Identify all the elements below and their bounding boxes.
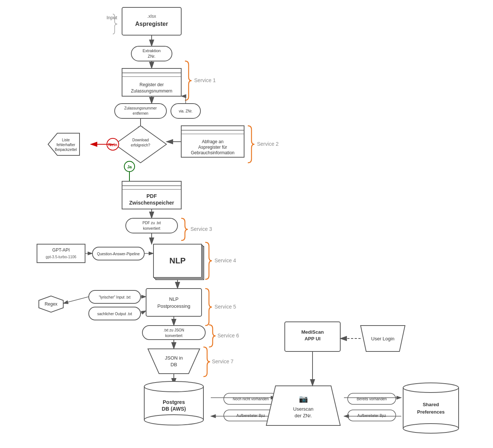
shared-preferences-box [403,388,459,428]
svg-text:via. ZNr.: via. ZNr. [179,109,192,113]
svg-point-59 [144,381,203,392]
service3-label: Service 3 [190,226,212,232]
svg-point-74 [403,383,459,393]
svg-text:Zulassungsnummern: Zulassungsnummern [131,88,172,94]
service6-label: Service 6 [217,333,239,338]
zulassungsnummer-entfernen-box [115,104,166,118]
svg-text:"lyrischer" Input .txt: "lyrischer" Input .txt [99,295,131,299]
svg-text:Aufbereiteter Bpz: Aufbereiteter Bpz [357,414,386,418]
svg-text:Aufbereiteter Bpz: Aufbereiteter Bpz [236,414,265,418]
svg-text:MediScan: MediScan [301,329,324,335]
svg-line-51 [141,311,146,313]
nlp-postprocessing-box [146,289,202,316]
pdf-zu-txt-box [126,218,178,233]
svg-point-60 [144,415,203,425]
svg-text:Ja: Ja [127,165,132,169]
svg-text:Aspregister für: Aspregister für [198,145,227,150]
svg-text:Gebrauchsinformation: Gebrauchsinformation [191,150,234,155]
svg-text:Liste: Liste [62,138,70,142]
svg-text:fehlerhafter: fehlerhafter [57,143,75,147]
svg-text:GPT-API: GPT-API [52,247,70,253]
userscan-der-znr-box [266,386,340,425]
svg-text:erfolgreich?: erfolgreich? [131,143,151,147]
svg-text:sachlicher Output .txt: sachlicher Output .txt [97,312,132,316]
svg-text:NLP: NLP [169,296,178,302]
svg-text:DB (AWS): DB (AWS) [162,406,186,412]
service5-label: Service 5 [215,304,236,310]
svg-text:gpt-3.5-turbo-1106: gpt-3.5-turbo-1106 [46,255,77,259]
svg-text:entfernen: entfernen [133,111,148,115]
svg-text:Abfrage an: Abfrage an [202,139,224,144]
svg-text:Zulassungsnummer: Zulassungsnummer [124,106,157,110]
svg-text:Postgres: Postgres [163,399,185,405]
svg-text:.txt zu JSON: .txt zu JSON [163,328,184,332]
svg-text:DB: DB [170,362,177,367]
svg-text:konvertiert: konvertiert [165,334,183,338]
svg-text:APP UI: APP UI [304,336,320,341]
svg-text:Zwischenspeicher: Zwischenspeicher [129,200,174,206]
svg-text:PDF zu .txt: PDF zu .txt [142,221,161,225]
svg-text:NLP: NLP [169,256,186,265]
svg-text:konvertiert: konvertiert [143,226,161,230]
service4-label: Service 4 [215,257,236,263]
svg-text:der ZNr.: der ZNr. [295,413,312,418]
svg-text:Register der: Register der [139,82,163,87]
svg-text:Aspregister: Aspregister [135,21,168,27]
svg-text:Question-Answer-Pipeline: Question-Answer-Pipeline [97,252,140,256]
svg-text:Download: Download [132,138,149,142]
json-in-db-funnel [148,349,200,374]
service1-label: Service 1 [194,77,216,83]
diagram-container: Input .xlsx Aspregister Extraktion ZNr. … [0,0,493,448]
svg-text:Regex: Regex [45,302,58,307]
svg-text:Preferences: Preferences [417,409,445,415]
svg-line-47 [63,297,89,303]
svg-text:ZNr.: ZNr. [148,54,156,58]
svg-text:JSON in: JSON in [165,355,183,361]
svg-text:.xlsx: .xlsx [147,14,156,19]
svg-text:PDF: PDF [146,193,157,199]
svg-text:User Login: User Login [371,336,395,341]
svg-text:Postprocessing: Postprocessing [158,303,190,309]
service2-label: Service 2 [257,141,279,147]
svg-point-75 [403,424,459,433]
svg-text:Extraktion: Extraktion [143,48,161,53]
svg-text:Shared: Shared [423,402,439,407]
service7-label: Service 7 [212,358,234,364]
svg-text:Userscan: Userscan [293,406,314,412]
gpt-api-box [37,244,85,263]
svg-text:Beipackzettel: Beipackzettel [55,148,77,152]
input-label: Input [107,15,117,20]
svg-text:📷: 📷 [299,394,308,403]
